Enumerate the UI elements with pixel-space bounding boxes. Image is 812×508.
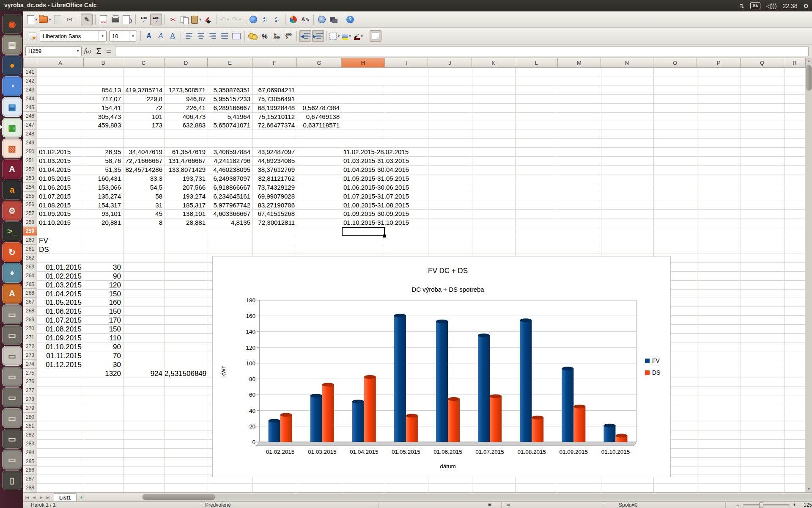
cell-A258[interactable]: 01.10.2015 (39, 219, 71, 226)
cell-B270[interactable]: 150 (84, 325, 121, 334)
open-button[interactable]: ▼ (39, 14, 52, 25)
add-sheet-button[interactable]: + (77, 494, 85, 501)
cell-A252[interactable]: 01.04.2015 (39, 166, 71, 173)
cell-E253[interactable]: 6,249387097 (208, 175, 250, 182)
font-name-dropdown-icon[interactable]: ▼ (99, 31, 106, 41)
cell-B272[interactable]: 90 (84, 343, 121, 351)
percent-button[interactable]: % (259, 30, 270, 41)
row-header-263[interactable]: 263 (23, 262, 37, 271)
cell-B253[interactable]: 160,431 (84, 175, 121, 182)
cell-B268[interactable]: 150 (84, 307, 121, 316)
borders-button[interactable]: ▼ (329, 30, 340, 41)
row-header-261[interactable]: 261 (23, 245, 37, 254)
cell-C258[interactable]: 8 (123, 219, 162, 226)
column-header-I[interactable]: I (385, 58, 428, 68)
session-gear-icon[interactable]: ⚙ (803, 3, 809, 9)
cell-C243[interactable]: 419,3785714 (123, 86, 162, 94)
page-style-label[interactable]: Predvolené (205, 502, 231, 508)
cell-A270[interactable]: 01.08.2015 (37, 325, 82, 334)
redo-button[interactable]: ↷▼ (231, 14, 242, 25)
cell-A263[interactable]: 01.01.2015 (37, 263, 82, 272)
launcher-item-drive-5[interactable]: ▭ (2, 387, 22, 407)
row-header-242[interactable]: 242 (23, 77, 37, 86)
cell-C257[interactable]: 45 (123, 210, 162, 217)
cell-D256[interactable]: 185,317 (165, 202, 206, 209)
column-header-E[interactable]: E (208, 58, 252, 68)
new-document-button[interactable]: +▼ (27, 14, 38, 25)
sum-icon[interactable]: Σ (96, 47, 101, 56)
sheet-tab-list1[interactable]: List1 (54, 493, 77, 502)
launcher-item-libreoffice-calc[interactable]: ▦ (2, 118, 22, 138)
cell-B264[interactable]: 90 (84, 272, 121, 281)
cell-F251[interactable]: 44,69234085 (252, 157, 295, 164)
launcher-item-system-settings[interactable]: ⚙ (2, 201, 22, 221)
increase-indent-button[interactable]: ▶ (312, 30, 324, 42)
launcher-item-drive-8[interactable]: ▭ (2, 450, 22, 469)
undo-button[interactable]: ↶▼ (219, 14, 230, 25)
row-header-286[interactable]: 286 (23, 466, 37, 475)
function-wizard-icon[interactable]: f(x) (84, 47, 91, 55)
clone-formatting-button[interactable] (203, 14, 214, 25)
cell-E257[interactable]: 4,603366667 (208, 210, 250, 217)
cell-F256[interactable]: 83,27190706 (252, 202, 295, 209)
cell-A251[interactable]: 01.03.2015 (39, 157, 71, 164)
row-header-266[interactable]: 266 (23, 289, 37, 298)
row-header-264[interactable]: 264 (23, 271, 37, 280)
cell-A272[interactable]: 01.10.2015 (37, 343, 82, 351)
navigator-button[interactable] (316, 14, 327, 25)
column-header-D[interactable]: D (165, 58, 208, 68)
cell-D245[interactable]: 226,41 (165, 104, 206, 111)
insert-chart-button[interactable] (288, 14, 299, 25)
launcher-item-drive-6[interactable]: ▭ (2, 408, 22, 428)
row-header-278[interactable]: 278 (23, 395, 37, 404)
keyboard-layout-indicator[interactable]: Sk (750, 2, 760, 9)
row-header-252[interactable]: 252 (23, 165, 37, 174)
launcher-item-libreoffice-base[interactable]: A (2, 159, 22, 179)
horizontal-scrollbar-thumb[interactable] (143, 494, 215, 500)
font-size-combo[interactable]: 10▼ (109, 30, 137, 41)
cell-C244[interactable]: 229,8 (123, 95, 162, 102)
cell-C250[interactable]: 34,4047619 (123, 148, 162, 155)
cell-E250[interactable]: 3,408597884 (208, 148, 250, 155)
cell-D244[interactable]: 946,87 (165, 95, 206, 102)
row-header-246[interactable]: 246 (23, 112, 37, 121)
row-header-255[interactable]: 255 (23, 192, 37, 201)
row-header-276[interactable]: 276 (23, 378, 37, 387)
cell-A261[interactable]: DS (39, 246, 49, 254)
cell-H255[interactable]: 01.07.2015-31.07.2015 (343, 193, 409, 200)
cell-F255[interactable]: 69,99079028 (252, 193, 295, 200)
scroll-up-icon[interactable]: ▲ (806, 58, 812, 64)
row-header-279[interactable]: 279 (23, 404, 37, 413)
cell-B251[interactable]: 58,76 (84, 157, 121, 164)
delete-decimal-button[interactable]: .0000← (283, 30, 294, 41)
vertical-scrollbar-thumb[interactable] (806, 65, 812, 91)
cell-H252[interactable]: 01.04.2015-30.04.2015 (343, 166, 409, 173)
first-sheet-icon[interactable]: |◀ (23, 494, 30, 501)
cell-F254[interactable]: 73,74329129 (252, 184, 295, 191)
help-button[interactable]: ? (345, 14, 356, 25)
row-header-280[interactable]: 280 (23, 413, 37, 422)
row-header-265[interactable]: 265 (23, 280, 37, 289)
vertical-scrollbar[interactable]: ▲ ▼ (806, 58, 812, 492)
launcher-item-trash[interactable]: ▯ (2, 470, 22, 490)
cell-D258[interactable]: 28,881 (165, 219, 206, 226)
cell-E252[interactable]: 4,460238095 (208, 166, 250, 173)
row-header-284[interactable]: 284 (23, 448, 37, 457)
row-header-254[interactable]: 254 (23, 183, 37, 192)
cell-A264[interactable]: 01.02.2015 (37, 272, 82, 281)
column-header-N[interactable]: N (601, 58, 653, 68)
hyperlink-button[interactable] (248, 14, 259, 25)
cell-E246[interactable]: 5,41964 (208, 113, 250, 120)
column-header-R[interactable]: R (784, 58, 806, 68)
cell-E254[interactable]: 6,918866667 (208, 184, 250, 191)
row-header-260[interactable]: 260 (23, 236, 37, 245)
print-preview-button[interactable] (122, 14, 133, 25)
column-header-G[interactable]: G (297, 58, 342, 68)
row-header-259[interactable]: 259 (23, 227, 37, 236)
auto-spellcheck-button[interactable]: ABC~✓ (150, 14, 162, 25)
launcher-item-drive-7[interactable]: ▭ (2, 429, 22, 449)
row-header-241[interactable]: 241 (23, 68, 37, 77)
export-pdf-button[interactable]: PDF (98, 14, 109, 25)
cell-B244[interactable]: 717,07 (84, 95, 121, 102)
row-header-267[interactable]: 267 (23, 298, 37, 306)
